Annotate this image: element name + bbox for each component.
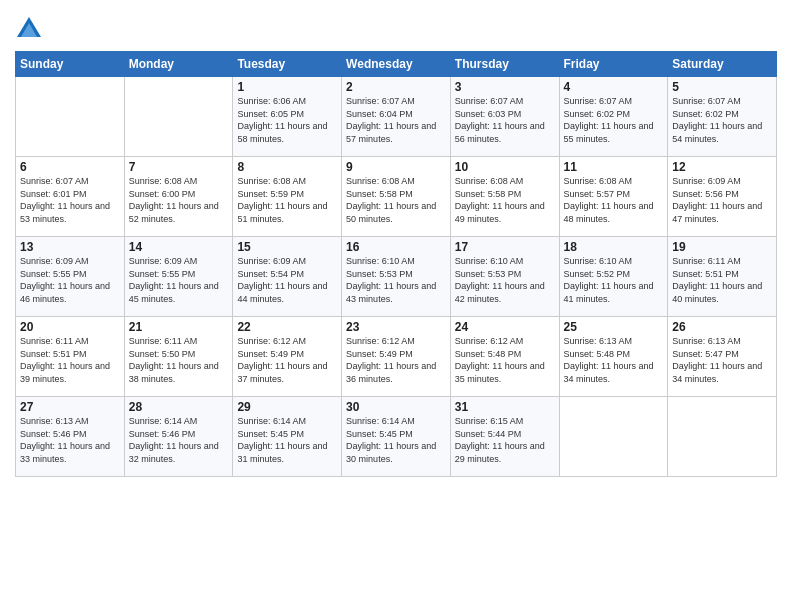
calendar-cell: 21Sunrise: 6:11 AMSunset: 5:50 PMDayligh… <box>124 317 233 397</box>
header <box>15 10 777 43</box>
cell-info: Sunrise: 6:11 AMSunset: 5:50 PMDaylight:… <box>129 335 229 385</box>
calendar-cell: 18Sunrise: 6:10 AMSunset: 5:52 PMDayligh… <box>559 237 668 317</box>
logo <box>15 15 47 43</box>
day-number: 4 <box>564 80 664 94</box>
week-row-4: 20Sunrise: 6:11 AMSunset: 5:51 PMDayligh… <box>16 317 777 397</box>
day-number: 29 <box>237 400 337 414</box>
header-day-monday: Monday <box>124 52 233 77</box>
calendar-cell: 3Sunrise: 6:07 AMSunset: 6:03 PMDaylight… <box>450 77 559 157</box>
calendar-cell: 31Sunrise: 6:15 AMSunset: 5:44 PMDayligh… <box>450 397 559 477</box>
day-number: 18 <box>564 240 664 254</box>
day-number: 24 <box>455 320 555 334</box>
calendar-cell: 17Sunrise: 6:10 AMSunset: 5:53 PMDayligh… <box>450 237 559 317</box>
cell-info: Sunrise: 6:09 AMSunset: 5:55 PMDaylight:… <box>20 255 120 305</box>
day-number: 11 <box>564 160 664 174</box>
day-number: 13 <box>20 240 120 254</box>
day-number: 19 <box>672 240 772 254</box>
day-number: 23 <box>346 320 446 334</box>
day-number: 2 <box>346 80 446 94</box>
header-day-tuesday: Tuesday <box>233 52 342 77</box>
calendar-container: SundayMondayTuesdayWednesdayThursdayFrid… <box>0 0 792 612</box>
day-number: 22 <box>237 320 337 334</box>
cell-info: Sunrise: 6:12 AMSunset: 5:49 PMDaylight:… <box>237 335 337 385</box>
day-number: 15 <box>237 240 337 254</box>
week-row-3: 13Sunrise: 6:09 AMSunset: 5:55 PMDayligh… <box>16 237 777 317</box>
cell-info: Sunrise: 6:13 AMSunset: 5:46 PMDaylight:… <box>20 415 120 465</box>
calendar-cell: 15Sunrise: 6:09 AMSunset: 5:54 PMDayligh… <box>233 237 342 317</box>
week-row-2: 6Sunrise: 6:07 AMSunset: 6:01 PMDaylight… <box>16 157 777 237</box>
calendar-cell: 7Sunrise: 6:08 AMSunset: 6:00 PMDaylight… <box>124 157 233 237</box>
cell-info: Sunrise: 6:15 AMSunset: 5:44 PMDaylight:… <box>455 415 555 465</box>
day-number: 31 <box>455 400 555 414</box>
calendar-table: SundayMondayTuesdayWednesdayThursdayFrid… <box>15 51 777 477</box>
calendar-cell: 30Sunrise: 6:14 AMSunset: 5:45 PMDayligh… <box>342 397 451 477</box>
cell-info: Sunrise: 6:10 AMSunset: 5:53 PMDaylight:… <box>346 255 446 305</box>
header-day-sunday: Sunday <box>16 52 125 77</box>
day-number: 5 <box>672 80 772 94</box>
cell-info: Sunrise: 6:06 AMSunset: 6:05 PMDaylight:… <box>237 95 337 145</box>
header-day-saturday: Saturday <box>668 52 777 77</box>
day-number: 25 <box>564 320 664 334</box>
cell-info: Sunrise: 6:07 AMSunset: 6:02 PMDaylight:… <box>564 95 664 145</box>
cell-info: Sunrise: 6:07 AMSunset: 6:04 PMDaylight:… <box>346 95 446 145</box>
calendar-cell <box>16 77 125 157</box>
cell-info: Sunrise: 6:09 AMSunset: 5:56 PMDaylight:… <box>672 175 772 225</box>
day-number: 8 <box>237 160 337 174</box>
cell-info: Sunrise: 6:10 AMSunset: 5:52 PMDaylight:… <box>564 255 664 305</box>
day-number: 6 <box>20 160 120 174</box>
day-number: 14 <box>129 240 229 254</box>
day-number: 9 <box>346 160 446 174</box>
calendar-cell <box>124 77 233 157</box>
day-number: 27 <box>20 400 120 414</box>
calendar-cell: 9Sunrise: 6:08 AMSunset: 5:58 PMDaylight… <box>342 157 451 237</box>
day-number: 20 <box>20 320 120 334</box>
day-number: 21 <box>129 320 229 334</box>
calendar-cell <box>559 397 668 477</box>
calendar-cell: 26Sunrise: 6:13 AMSunset: 5:47 PMDayligh… <box>668 317 777 397</box>
cell-info: Sunrise: 6:07 AMSunset: 6:02 PMDaylight:… <box>672 95 772 145</box>
cell-info: Sunrise: 6:13 AMSunset: 5:48 PMDaylight:… <box>564 335 664 385</box>
cell-info: Sunrise: 6:11 AMSunset: 5:51 PMDaylight:… <box>20 335 120 385</box>
cell-info: Sunrise: 6:08 AMSunset: 5:57 PMDaylight:… <box>564 175 664 225</box>
day-number: 26 <box>672 320 772 334</box>
cell-info: Sunrise: 6:14 AMSunset: 5:45 PMDaylight:… <box>237 415 337 465</box>
calendar-cell: 19Sunrise: 6:11 AMSunset: 5:51 PMDayligh… <box>668 237 777 317</box>
calendar-cell: 13Sunrise: 6:09 AMSunset: 5:55 PMDayligh… <box>16 237 125 317</box>
calendar-cell: 23Sunrise: 6:12 AMSunset: 5:49 PMDayligh… <box>342 317 451 397</box>
calendar-cell: 2Sunrise: 6:07 AMSunset: 6:04 PMDaylight… <box>342 77 451 157</box>
header-day-friday: Friday <box>559 52 668 77</box>
cell-info: Sunrise: 6:08 AMSunset: 6:00 PMDaylight:… <box>129 175 229 225</box>
day-number: 10 <box>455 160 555 174</box>
calendar-cell: 24Sunrise: 6:12 AMSunset: 5:48 PMDayligh… <box>450 317 559 397</box>
header-row: SundayMondayTuesdayWednesdayThursdayFrid… <box>16 52 777 77</box>
calendar-cell: 28Sunrise: 6:14 AMSunset: 5:46 PMDayligh… <box>124 397 233 477</box>
day-number: 3 <box>455 80 555 94</box>
calendar-cell: 16Sunrise: 6:10 AMSunset: 5:53 PMDayligh… <box>342 237 451 317</box>
calendar-cell: 8Sunrise: 6:08 AMSunset: 5:59 PMDaylight… <box>233 157 342 237</box>
day-number: 12 <box>672 160 772 174</box>
cell-info: Sunrise: 6:09 AMSunset: 5:55 PMDaylight:… <box>129 255 229 305</box>
calendar-cell: 10Sunrise: 6:08 AMSunset: 5:58 PMDayligh… <box>450 157 559 237</box>
calendar-cell: 5Sunrise: 6:07 AMSunset: 6:02 PMDaylight… <box>668 77 777 157</box>
cell-info: Sunrise: 6:11 AMSunset: 5:51 PMDaylight:… <box>672 255 772 305</box>
cell-info: Sunrise: 6:09 AMSunset: 5:54 PMDaylight:… <box>237 255 337 305</box>
day-number: 16 <box>346 240 446 254</box>
cell-info: Sunrise: 6:14 AMSunset: 5:45 PMDaylight:… <box>346 415 446 465</box>
day-number: 28 <box>129 400 229 414</box>
calendar-cell: 1Sunrise: 6:06 AMSunset: 6:05 PMDaylight… <box>233 77 342 157</box>
cell-info: Sunrise: 6:10 AMSunset: 5:53 PMDaylight:… <box>455 255 555 305</box>
cell-info: Sunrise: 6:08 AMSunset: 5:59 PMDaylight:… <box>237 175 337 225</box>
week-row-5: 27Sunrise: 6:13 AMSunset: 5:46 PMDayligh… <box>16 397 777 477</box>
cell-info: Sunrise: 6:07 AMSunset: 6:03 PMDaylight:… <box>455 95 555 145</box>
calendar-cell: 20Sunrise: 6:11 AMSunset: 5:51 PMDayligh… <box>16 317 125 397</box>
logo-icon <box>15 15 43 43</box>
calendar-cell: 14Sunrise: 6:09 AMSunset: 5:55 PMDayligh… <box>124 237 233 317</box>
cell-info: Sunrise: 6:08 AMSunset: 5:58 PMDaylight:… <box>346 175 446 225</box>
cell-info: Sunrise: 6:14 AMSunset: 5:46 PMDaylight:… <box>129 415 229 465</box>
cell-info: Sunrise: 6:12 AMSunset: 5:49 PMDaylight:… <box>346 335 446 385</box>
cell-info: Sunrise: 6:07 AMSunset: 6:01 PMDaylight:… <box>20 175 120 225</box>
calendar-cell: 12Sunrise: 6:09 AMSunset: 5:56 PMDayligh… <box>668 157 777 237</box>
calendar-cell: 6Sunrise: 6:07 AMSunset: 6:01 PMDaylight… <box>16 157 125 237</box>
calendar-cell: 22Sunrise: 6:12 AMSunset: 5:49 PMDayligh… <box>233 317 342 397</box>
day-number: 17 <box>455 240 555 254</box>
